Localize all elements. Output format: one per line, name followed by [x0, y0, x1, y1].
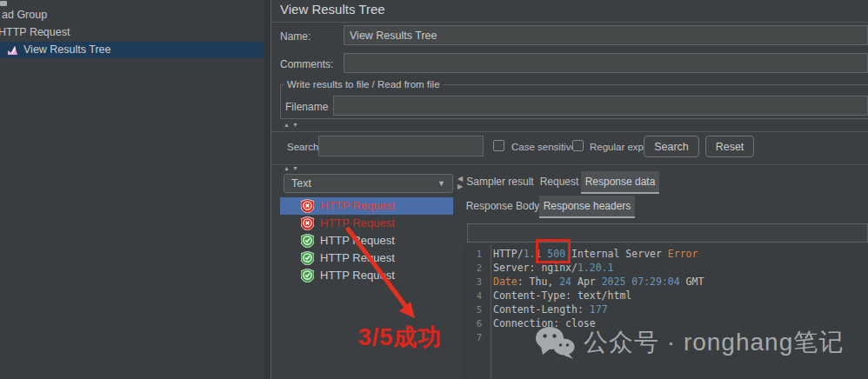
- error-shield-icon: [301, 199, 314, 213]
- result-item[interactable]: HTTP Request: [280, 249, 453, 267]
- test-plan-tree: ad Group HTTP Request View Results Tree: [0, 0, 264, 379]
- watermark-text: 公众号 · ronghang笔记: [584, 326, 844, 359]
- tab-response-data[interactable]: Response data: [581, 171, 659, 194]
- code-line: 1HTTP/1.1 500 Internal Server Error: [463, 247, 868, 261]
- separator-line: [271, 131, 868, 132]
- success-shield-icon: [301, 251, 314, 265]
- chevron-down-icon: ▼: [437, 175, 445, 192]
- line-number: 5: [463, 303, 482, 316]
- sidebar-divider-line: [270, 0, 271, 379]
- success-shield-icon: [301, 234, 314, 248]
- result-item-label: HTTP Request: [320, 249, 395, 267]
- results-tree-icon: [7, 44, 18, 56]
- result-item[interactable]: HTTP Request: [280, 232, 453, 249]
- result-item-label: HTTP Request: [320, 215, 395, 232]
- highlight-box-500: [536, 239, 571, 263]
- sidebar-item-http-request[interactable]: HTTP Request: [0, 25, 70, 40]
- tab-response-body[interactable]: Response Body: [463, 196, 543, 218]
- search-button[interactable]: Search: [644, 136, 699, 157]
- code-line: 4Content-Type: text/html: [463, 289, 868, 303]
- response-search-input[interactable]: [467, 223, 868, 243]
- wechat-icon: [535, 325, 575, 360]
- sidebar-item-label: View Results Tree: [23, 43, 111, 56]
- case-sensitive-label: Case sensitive: [511, 142, 577, 152]
- tab-sampler-result[interactable]: Sampler result: [463, 171, 537, 194]
- tab-request[interactable]: Request: [537, 171, 581, 194]
- sidebar-item-thread-group[interactable]: ad Group: [2, 8, 47, 23]
- search-label: Search:: [287, 142, 322, 152]
- line-number: 4: [463, 289, 482, 303]
- regular-exp-checkbox[interactable]: [572, 140, 584, 151]
- sidebar-item-view-results-tree[interactable]: View Results Tree: [0, 42, 264, 58]
- name-input[interactable]: [344, 25, 868, 45]
- comments-label: Comments:: [280, 58, 333, 70]
- separator-line: [271, 164, 868, 165]
- partial-tree-icon: [0, 1, 7, 6]
- result-item-label: HTTP Request: [320, 197, 395, 215]
- line-number: 1: [463, 247, 482, 261]
- sidebar-divider[interactable]: [264, 0, 270, 379]
- search-input[interactable]: [318, 136, 484, 156]
- result-item[interactable]: HTTP Request: [280, 215, 453, 232]
- success-shield-icon: [301, 269, 314, 283]
- result-item[interactable]: HTTP Request: [280, 197, 453, 215]
- results-tree-list: HTTP RequestHTTP RequestHTTP RequestHTTP…: [280, 197, 453, 284]
- name-label: Name:: [280, 30, 310, 43]
- case-sensitive-checkbox[interactable]: [493, 140, 504, 151]
- success-ratio-note: 3/5成功: [352, 322, 448, 353]
- collapse-expand-arrows[interactable]: ▲▼: [284, 165, 301, 171]
- title-separator: [271, 22, 868, 23]
- line-number: 6: [463, 316, 482, 330]
- code-line: 3Date: Thu, 24 Apr 2025 07:29:04 GMT: [463, 275, 868, 289]
- line-number: 7: [463, 330, 482, 344]
- view-as-dropdown[interactable]: Text ▼: [284, 174, 453, 193]
- code-line: 2Server: nginx/1.20.1: [463, 261, 868, 275]
- jmeter-window: ad Group HTTP Request View Results Tree …: [0, 0, 868, 379]
- reset-button[interactable]: Reset: [705, 136, 754, 157]
- watermark: 公众号 · ronghang笔记: [535, 325, 844, 360]
- line-number: 2: [463, 261, 482, 275]
- error-shield-icon: [301, 216, 314, 230]
- result-item-label: HTTP Request: [320, 232, 395, 249]
- filename-label: Filename: [285, 101, 328, 113]
- result-item[interactable]: HTTP Request: [280, 267, 453, 284]
- comments-input[interactable]: [344, 53, 868, 73]
- page-title: View Results Tree: [280, 2, 385, 17]
- collapse-expand-arrows[interactable]: ▲▼: [284, 122, 301, 128]
- write-results-group-title: Write results to file / Read from file: [284, 79, 443, 90]
- tab-response-headers[interactable]: Response headers: [539, 196, 635, 218]
- view-as-value: Text: [291, 177, 311, 190]
- code-line: 5Content-Length: 177: [463, 303, 868, 316]
- regular-exp-label: Regular exp.: [590, 142, 646, 152]
- result-item-label: HTTP Request: [320, 267, 395, 284]
- line-number: 3: [463, 275, 482, 289]
- filename-input[interactable]: [333, 96, 868, 116]
